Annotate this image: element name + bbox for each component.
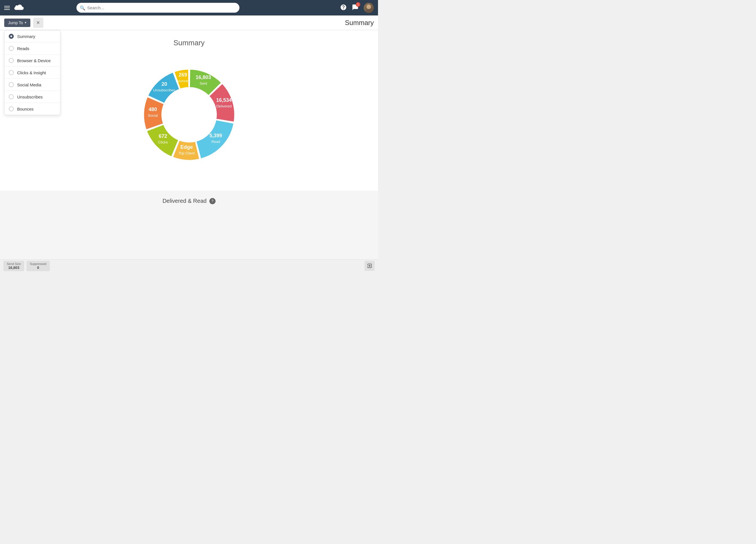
chevron-down-icon: ▾ (25, 21, 26, 24)
svg-text:Edge: Edge (180, 144, 193, 150)
svg-point-1 (365, 10, 373, 13)
svg-text:Clicks: Clicks (158, 140, 168, 144)
svg-text:Bounces: Bounces (176, 79, 190, 83)
footer: Send Size 16,803 Suppressed 0 (0, 259, 378, 272)
svg-text:5,399: 5,399 (209, 133, 222, 138)
svg-text:Delivered: Delivered (216, 104, 232, 108)
svg-text:Read: Read (211, 139, 220, 144)
avatar[interactable] (364, 3, 374, 13)
donut-chart: 16,803Sent16,534Delivered5,399ReadEdgeTo… (130, 56, 248, 174)
radio-clicks-insight (9, 70, 14, 75)
dropdown-item-unsubscribes[interactable]: Unsubscribes (4, 91, 60, 103)
svg-text:Unsubscribes: Unsubscribes (153, 88, 175, 92)
svg-text:Top Client: Top Client (178, 151, 195, 155)
delivered-read-title: Delivered & Read (162, 198, 207, 204)
dropdown-label-bounces: Bounces (17, 107, 33, 111)
svg-text:Sent: Sent (200, 81, 207, 85)
delivered-read-section: Delivered & Read ? (0, 191, 378, 211)
send-size-label: Send Size (7, 262, 21, 265)
toolbar: Jump To ▾ ✕ Summary Summary Reads Browse… (0, 15, 378, 30)
dropdown-item-browser-device[interactable]: Browser & Device (4, 55, 60, 67)
svg-text:480: 480 (148, 107, 157, 112)
page-title: Summary (345, 19, 374, 27)
notification-icon[interactable]: 1 (352, 4, 359, 12)
radio-bounces (9, 106, 14, 111)
radio-browser-device (9, 58, 14, 63)
jump-to-button[interactable]: Jump To ▾ (4, 19, 30, 27)
svg-text:16,534: 16,534 (216, 97, 232, 103)
hamburger-menu[interactable] (4, 6, 10, 10)
notification-badge: 1 (356, 2, 360, 7)
dropdown-label-unsubscribes: Unsubscribes (17, 94, 43, 99)
dropdown-label-social-media: Social Media (17, 82, 41, 87)
svg-text:16,803: 16,803 (196, 74, 211, 80)
suppressed-stat: Suppressed 0 (26, 261, 50, 271)
dropdown-item-bounces[interactable]: Bounces (4, 103, 60, 115)
search-icon: 🔍 (80, 5, 85, 10)
dropdown-label-browser-device: Browser & Device (17, 58, 51, 63)
jump-to-label: Jump To (8, 21, 23, 25)
exit-button[interactable] (365, 261, 375, 271)
svg-point-18 (162, 88, 216, 141)
footer-right (365, 261, 375, 271)
dropdown-item-reads[interactable]: Reads (4, 42, 60, 55)
cloud-logo (14, 3, 24, 13)
send-size-value: 16,803 (7, 265, 21, 270)
delivered-read-help-icon[interactable]: ? (209, 198, 216, 204)
pin-button[interactable]: ✕ (33, 18, 43, 28)
svg-text:672: 672 (159, 133, 167, 139)
search-container: 🔍 (76, 3, 239, 13)
suppressed-label: Suppressed (30, 262, 46, 265)
dropdown-item-social-media[interactable]: Social Media (4, 79, 60, 91)
dropdown-item-summary[interactable]: Summary (4, 30, 60, 42)
dropdown-menu: Summary Reads Browser & Device Clicks & … (4, 30, 60, 115)
header: 🔍 1 (0, 0, 378, 15)
help-icon[interactable] (340, 4, 347, 12)
radio-unsubscribes (9, 94, 14, 99)
svg-text:20: 20 (161, 81, 167, 87)
dropdown-label-summary: Summary (17, 34, 35, 39)
chart-title: Summary (173, 39, 205, 47)
suppressed-value: 0 (30, 265, 46, 270)
header-right: 1 (340, 3, 374, 13)
dropdown-label-clicks-insight: Clicks & Insight (17, 70, 46, 75)
radio-reads (9, 46, 14, 51)
svg-text:269: 269 (178, 72, 187, 78)
search-input[interactable] (76, 3, 239, 13)
svg-point-0 (366, 4, 371, 9)
radio-summary (9, 34, 14, 39)
radio-social-media (9, 82, 14, 87)
dropdown-item-clicks-insight[interactable]: Clicks & Insight (4, 67, 60, 79)
dropdown-label-reads: Reads (17, 46, 29, 51)
send-size-stat: Send Size 16,803 (3, 261, 24, 271)
svg-text:Social: Social (148, 113, 158, 118)
